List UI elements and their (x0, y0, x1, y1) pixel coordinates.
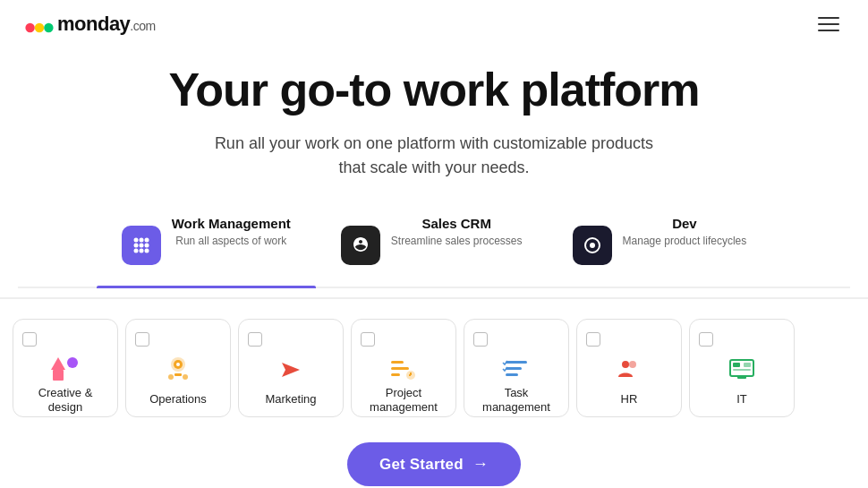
card-top-marketing (248, 332, 334, 386)
svg-rect-20 (174, 373, 182, 376)
tab-dev-desc: Manage product lifecycles (623, 233, 747, 249)
svg-marker-23 (282, 363, 300, 377)
crm-icon (349, 234, 372, 257)
svg-point-2 (44, 23, 53, 32)
hamburger-line-3 (818, 30, 839, 31)
category-card-hr[interactable]: HR (576, 319, 682, 417)
category-card-operations[interactable]: Operations (125, 319, 231, 417)
card-checkbox-hr[interactable] (586, 332, 600, 347)
logo-icon (25, 14, 54, 34)
project-management-icon (387, 354, 420, 386)
card-checkbox-it[interactable] (699, 332, 713, 347)
tab-dev-icon (573, 226, 612, 265)
card-top-hr (586, 332, 672, 386)
svg-point-21 (168, 374, 174, 380)
category-label-hr: HR (621, 392, 638, 407)
operations-icon (162, 354, 194, 386)
svg-point-11 (144, 248, 149, 253)
category-label-project-management: Projectmanagement (370, 386, 438, 414)
hero-section: Your go-to work platform Run all your wo… (0, 48, 868, 297)
card-top-operations (135, 332, 221, 386)
svg-rect-30 (506, 361, 527, 364)
tab-work-management-text: Work Management Run all aspects of work (172, 216, 291, 274)
svg-point-33 (622, 361, 629, 368)
svg-point-1 (35, 23, 44, 32)
svg-point-22 (183, 374, 188, 380)
svg-rect-24 (391, 361, 404, 364)
svg-rect-25 (391, 367, 409, 370)
category-card-project-management[interactable]: Projectmanagement (351, 319, 456, 417)
svg-point-9 (133, 248, 138, 253)
svg-rect-31 (506, 367, 522, 370)
card-checkbox-project[interactable] (361, 332, 375, 347)
svg-rect-39 (737, 376, 746, 379)
card-top-project (361, 332, 447, 386)
tab-work-management-label: Work Management (172, 216, 291, 231)
tab-sales-crm[interactable]: Sales CRM Streamline sales processes (316, 205, 548, 287)
hamburger-line-2 (818, 23, 839, 25)
logo-wordmark: monday.com (57, 13, 156, 36)
svg-point-4 (139, 237, 143, 242)
creative-design-icon (49, 354, 81, 386)
get-started-button[interactable]: Get Started → (347, 442, 521, 486)
hr-icon (613, 354, 645, 386)
category-label-marketing: Marketing (265, 392, 316, 407)
card-top-it (699, 332, 785, 386)
category-label-task-management: Taskmanagement (482, 386, 550, 414)
category-label-creative-design: Creative &design (38, 386, 93, 414)
categories-section: Creative &design Operations (0, 297, 868, 426)
svg-rect-26 (391, 373, 400, 376)
category-label-it: IT (736, 392, 747, 407)
svg-point-5 (144, 237, 149, 242)
tab-sales-crm-icon (341, 226, 380, 265)
cta-arrow-icon: → (472, 455, 489, 474)
category-card-marketing[interactable]: Marketing (238, 319, 344, 417)
task-management-icon (500, 354, 532, 386)
categories-row: Creative &design Operations (0, 310, 868, 426)
product-tabs: Work Management Run all aspects of work … (18, 205, 850, 288)
svg-rect-35 (730, 360, 753, 376)
tab-dev-label: Dev (623, 216, 747, 231)
navbar: monday.com (0, 0, 868, 48)
svg-point-8 (144, 243, 149, 247)
tab-dev[interactable]: Dev Manage product lifecycles (548, 205, 772, 287)
card-top-task (473, 332, 559, 386)
card-checkbox-task[interactable] (473, 332, 488, 347)
tab-dev-text: Dev Manage product lifecycles (623, 216, 747, 274)
tab-sales-crm-desc: Streamline sales processes (391, 233, 523, 249)
svg-point-13 (590, 243, 595, 248)
tab-work-management[interactable]: Work Management Run all aspects of work (97, 205, 316, 287)
svg-point-3 (133, 237, 138, 242)
hero-title: Your go-to work platform (18, 64, 850, 116)
cta-section: Get Started → (0, 426, 868, 486)
category-label-operations: Operations (149, 392, 207, 407)
svg-point-6 (133, 243, 138, 247)
category-card-it[interactable]: IT (689, 319, 795, 417)
svg-point-10 (139, 248, 143, 253)
svg-rect-32 (506, 373, 518, 376)
hero-subtitle: Run all your work on one platform with c… (201, 132, 667, 180)
cta-label: Get Started (379, 456, 464, 474)
dev-icon (581, 234, 604, 257)
card-checkbox-creative[interactable] (22, 332, 37, 347)
card-top-creative (22, 332, 108, 386)
tab-sales-crm-text: Sales CRM Streamline sales processes (391, 216, 523, 274)
marketing-icon (275, 354, 307, 386)
svg-point-7 (139, 243, 143, 247)
dots-grid-icon (131, 235, 152, 256)
svg-rect-38 (733, 369, 751, 371)
it-icon (726, 354, 758, 386)
category-card-creative-design[interactable]: Creative &design (13, 319, 118, 417)
svg-rect-14 (53, 370, 64, 381)
svg-point-19 (176, 363, 180, 366)
card-checkbox-operations[interactable] (135, 332, 149, 347)
logo[interactable]: monday.com (25, 13, 156, 36)
tab-sales-crm-label: Sales CRM (391, 216, 523, 231)
svg-rect-16 (67, 357, 78, 368)
menu-button[interactable] (814, 13, 843, 35)
tab-work-management-desc: Run all aspects of work (172, 233, 291, 249)
svg-rect-36 (733, 363, 740, 367)
tab-work-management-icon (122, 226, 161, 265)
card-checkbox-marketing[interactable] (248, 332, 262, 347)
category-card-task-management[interactable]: Taskmanagement (464, 319, 569, 417)
